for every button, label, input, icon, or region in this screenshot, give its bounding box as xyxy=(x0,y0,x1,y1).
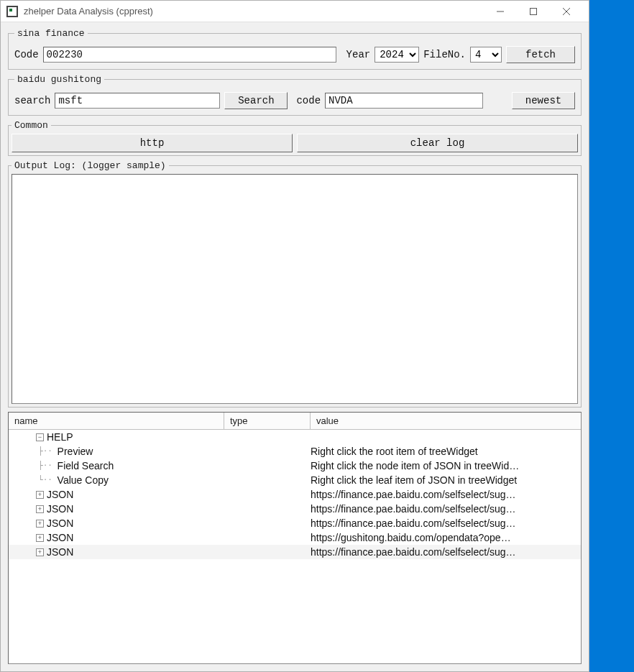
year-label: Year xyxy=(346,49,371,60)
tree-header: name type value xyxy=(9,413,581,430)
close-icon xyxy=(563,8,570,15)
tree-item-name: Value Copy xyxy=(58,473,109,487)
tree-item-value xyxy=(311,430,581,444)
tree-body: −HELP ├·· PreviewRight click the root it… xyxy=(9,430,581,663)
common-legend: Common xyxy=(12,120,51,131)
expand-icon[interactable]: + xyxy=(36,505,44,513)
output-log-legend: Output Log: (logger sample) xyxy=(12,160,169,171)
clear-log-button[interactable]: clear log xyxy=(297,134,578,152)
tree-item-value: Right click the root item of treeWidget xyxy=(311,444,581,459)
app-icon xyxy=(6,6,18,17)
tree-item-name: JSON xyxy=(47,516,73,530)
expand-icon[interactable]: + xyxy=(36,534,44,542)
tree-item-value: Right click the node item of JSON in tre… xyxy=(311,459,581,473)
tree-item-name: JSON xyxy=(47,502,73,516)
content-area: sina finance Code Year 2024 FileNo. 4 fe… xyxy=(1,22,589,671)
tree-item-name: Field Search xyxy=(58,459,114,473)
tree-item-value: https://finance.pae.baidu.com/selfselect… xyxy=(311,502,581,516)
minimize-icon xyxy=(497,8,504,15)
tree-item-name: JSON xyxy=(47,530,73,545)
tree-row[interactable]: +JSONhttps://finance.pae.baidu.com/selfs… xyxy=(9,502,581,516)
expand-icon[interactable]: + xyxy=(36,548,44,556)
svg-rect-1 xyxy=(530,9,537,15)
baidu-code-label: code xyxy=(296,95,321,106)
app-window: zhelper Data Analysis (cpprest) sina fin… xyxy=(0,0,589,672)
tree-item-value: https://gushitong.baidu.com/opendata?ope… xyxy=(311,530,581,545)
tree-row[interactable]: −HELP xyxy=(9,430,581,444)
search-button[interactable]: Search xyxy=(224,92,288,109)
newest-button[interactable]: newest xyxy=(512,92,575,109)
expand-icon[interactable]: + xyxy=(36,491,44,499)
search-label: search xyxy=(14,95,50,106)
tree-row[interactable]: +JSONhttps://finance.pae.baidu.com/selfs… xyxy=(9,516,581,530)
minimize-button[interactable] xyxy=(484,1,517,22)
fetch-button[interactable]: fetch xyxy=(506,46,575,63)
maximize-button[interactable] xyxy=(517,1,550,22)
search-input[interactable] xyxy=(55,93,220,109)
window-title: zhelper Data Analysis (cpprest) xyxy=(24,6,153,17)
baidu-gushitong-group: baidu gushitong search Search code newes… xyxy=(8,74,582,116)
code-input[interactable] xyxy=(43,47,336,63)
tree-header-type[interactable]: type xyxy=(224,413,311,429)
http-button[interactable]: http xyxy=(12,134,293,152)
tree-row[interactable]: └·· Value CopyRight click the leaf item … xyxy=(9,473,581,487)
tree-item-name: HELP xyxy=(47,430,73,444)
close-button[interactable] xyxy=(550,1,583,22)
maximize-icon xyxy=(530,8,537,15)
expand-icon[interactable]: + xyxy=(36,520,44,528)
tree-line: ├·· xyxy=(14,459,58,473)
tree-header-name[interactable]: name xyxy=(9,413,224,429)
tree-item-name: JSON xyxy=(47,487,73,502)
common-group: Common http clear log xyxy=(8,120,582,156)
tree-item-name: JSON xyxy=(47,545,73,559)
sina-finance-legend: sina finance xyxy=(14,28,88,39)
baidu-code-input[interactable] xyxy=(325,93,483,109)
tree-item-value: https://finance.pae.baidu.com/selfselect… xyxy=(311,545,581,559)
tree-line: └·· xyxy=(14,473,58,487)
tree-item-value: https://finance.pae.baidu.com/selfselect… xyxy=(311,516,581,530)
tree-row[interactable]: +JSONhttps://gushitong.baidu.com/opendat… xyxy=(9,530,581,545)
year-select[interactable]: 2024 xyxy=(375,47,419,63)
output-log-group: Output Log: (logger sample) xyxy=(8,160,582,408)
tree-line: ├·· xyxy=(14,444,58,459)
fileno-select[interactable]: 4 xyxy=(470,47,502,63)
tree-header-value[interactable]: value xyxy=(311,413,581,429)
tree-item-name: Preview xyxy=(58,444,93,459)
tree-widget[interactable]: name type value −HELP ├·· PreviewRight c… xyxy=(8,412,582,664)
baidu-gushitong-legend: baidu gushitong xyxy=(14,74,104,85)
title-bar: zhelper Data Analysis (cpprest) xyxy=(1,1,589,22)
tree-row[interactable]: ├·· Field SearchRight click the node ite… xyxy=(9,459,581,473)
fileno-label: FileNo. xyxy=(423,49,466,60)
output-log-textarea[interactable] xyxy=(12,174,578,404)
collapse-icon[interactable]: − xyxy=(36,433,44,441)
tree-item-value: Right click the leaf item of JSON in tre… xyxy=(311,473,581,487)
code-label: Code xyxy=(14,49,39,60)
tree-row[interactable]: +JSONhttps://finance.pae.baidu.com/selfs… xyxy=(9,487,581,502)
sina-finance-group: sina finance Code Year 2024 FileNo. 4 fe… xyxy=(8,28,582,70)
tree-row[interactable]: +JSONhttps://finance.pae.baidu.com/selfs… xyxy=(9,545,581,559)
tree-row[interactable]: ├·· PreviewRight click the root item of … xyxy=(9,444,581,459)
tree-item-value: https://finance.pae.baidu.com/selfselect… xyxy=(311,487,581,502)
